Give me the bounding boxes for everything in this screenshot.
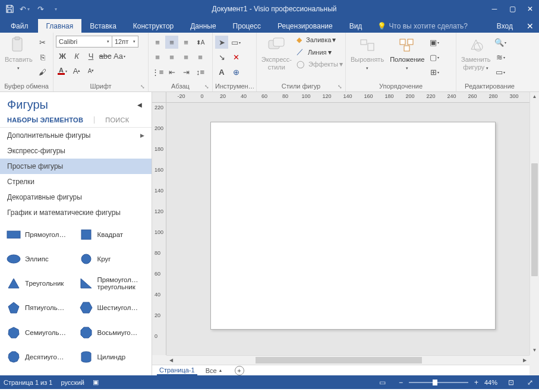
drawing-canvas[interactable] [166, 103, 529, 355]
find-icon[interactable]: 🔍▾ [494, 36, 507, 49]
cut-icon[interactable]: ✂ [36, 36, 49, 49]
align-center-button[interactable]: ≡ [165, 50, 178, 64]
zoom-out-button[interactable]: − [396, 378, 405, 387]
scroll-up-icon[interactable]: ▲ [530, 92, 539, 102]
italic-button[interactable]: К [70, 49, 83, 62]
shape-item[interactable]: Десятиуго… [5, 349, 75, 365]
save-icon[interactable] [2, 2, 17, 16]
shape-item[interactable]: Пятиуголь… [5, 299, 75, 316]
scroll-thumb[interactable] [531, 163, 538, 276]
shape-item[interactable]: Семиуголь… [5, 324, 75, 341]
underline-button[interactable]: Ч [84, 49, 97, 62]
indent-inc-button[interactable]: ⇥ [179, 65, 193, 78]
stencil-category[interactable]: Простые фигуры [0, 159, 152, 174]
zoom-slider[interactable] [409, 382, 468, 383]
scroll-right-icon[interactable]: ▶ [520, 356, 529, 365]
shape-item[interactable]: Эллипс [5, 251, 75, 267]
shapes-tab-search[interactable]: ПОИСК [105, 116, 129, 124]
bring-front-icon[interactable]: ▣▾ [428, 36, 441, 49]
tab-process[interactable]: Процесс [225, 19, 269, 33]
align-middle-button[interactable]: ≡ [165, 36, 178, 49]
copy-icon[interactable]: ⎘ [36, 50, 49, 64]
page-tab-all[interactable]: Все ▲ [206, 367, 223, 374]
presentation-mode-icon[interactable]: ▭ [377, 378, 388, 387]
position-button[interactable]: Положение▾ [387, 34, 427, 73]
ribbon-close-icon[interactable]: ✕ [521, 21, 539, 33]
page-surface[interactable] [210, 122, 496, 330]
shape-item[interactable]: Круг [77, 251, 147, 267]
bold-button[interactable]: Ж [56, 49, 69, 62]
tab-design[interactable]: Конструктор [125, 19, 182, 33]
fill-button[interactable]: ◆ Заливка▾ [297, 36, 343, 44]
tab-data[interactable]: Данные [182, 19, 224, 33]
shape-item[interactable]: Шестиугол… [77, 299, 147, 316]
align-button[interactable]: Выровнять▾ [348, 34, 386, 73]
tab-insert[interactable]: Вставка [81, 19, 125, 33]
stencil-category[interactable]: Стрелки [0, 174, 152, 189]
macro-record-icon[interactable]: ▣ [93, 378, 99, 386]
align-right-button[interactable]: ≡ [179, 50, 193, 64]
shape-item[interactable]: Треугольник [5, 275, 75, 292]
bullets-button[interactable]: ⋮≡ [151, 65, 164, 78]
redo-icon[interactable]: ↷ [33, 2, 48, 16]
line-spacing-button[interactable]: ↕≡ [194, 65, 207, 78]
line-button[interactable]: ／ Линия▾ [297, 47, 343, 57]
shape-item[interactable]: Квадрат [77, 226, 147, 243]
select-icon[interactable]: ▭▾ [494, 65, 507, 78]
send-back-icon[interactable]: ▢▾ [428, 50, 441, 64]
align-justify-button[interactable]: ≡ [194, 50, 207, 64]
dialog-launcher-icon[interactable]: ⤡ [203, 83, 211, 90]
indent-dec-button[interactable]: ⇤ [165, 65, 178, 78]
align-top-button[interactable]: ≡ [151, 36, 164, 49]
shape-item[interactable]: Цилиндр [77, 349, 147, 365]
grow-font-button[interactable]: A▴ [70, 64, 83, 77]
signin-button[interactable]: Вход [488, 20, 521, 33]
fit-page-icon[interactable]: ⊡ [506, 378, 516, 387]
paste-button[interactable]: Вставить▾ [2, 34, 35, 73]
zoom-in-button[interactable]: + [472, 378, 481, 387]
page-tab-1[interactable]: Страница-1 [157, 366, 197, 375]
font-color-button[interactable]: A▾ [56, 64, 69, 77]
rectangle-tool-icon[interactable]: ▭▾ [229, 36, 242, 49]
scroll-thumb[interactable] [256, 357, 422, 363]
stencil-category[interactable]: Декоративные фигуры [0, 189, 152, 205]
shape-item[interactable]: Восьмиуго… [77, 324, 147, 341]
font-size-select[interactable]: 12пт▾ [112, 36, 138, 48]
zoom-level[interactable]: 44% [484, 379, 497, 386]
dialog-launcher-icon[interactable]: ⤡ [336, 83, 344, 90]
connection-point-icon[interactable]: ⊕ [229, 65, 242, 78]
fullscreen-icon[interactable]: ⤢ [525, 378, 535, 387]
minimize-button[interactable]: ─ [486, 0, 503, 18]
tab-review[interactable]: Рецензирование [269, 19, 341, 33]
connector-tool-icon[interactable]: ↘ [215, 50, 228, 64]
align-bottom-button[interactable]: ≡ [179, 36, 193, 49]
tab-home[interactable]: Главная [38, 19, 82, 33]
stencil-category[interactable]: Экспресс-фигуры [0, 143, 152, 159]
pointer-tool-icon[interactable]: ➤ [215, 36, 228, 49]
group-icon[interactable]: ⊞▾ [428, 65, 441, 78]
format-painter-icon[interactable]: 🖌 [36, 65, 49, 78]
align-left-button[interactable]: ≡ [151, 50, 164, 64]
horizontal-scrollbar[interactable]: ◀ ▶ [166, 355, 529, 365]
font-name-select[interactable]: Calibri▾ [56, 36, 112, 48]
add-page-button[interactable]: + [235, 366, 244, 375]
dialog-launcher-icon[interactable]: ⤡ [138, 83, 147, 90]
qat-customize-icon[interactable]: ▾ [49, 2, 63, 16]
tab-view[interactable]: Вид [341, 19, 371, 33]
case-button[interactable]: Aa▾ [113, 49, 126, 62]
close-button[interactable]: ✕ [521, 0, 539, 18]
vertical-scrollbar[interactable]: ▲ ▼ [529, 92, 539, 355]
text-tool-icon[interactable]: A [215, 65, 228, 78]
shape-item[interactable]: Прямоугол… [5, 226, 75, 243]
scroll-left-icon[interactable]: ◀ [166, 356, 176, 365]
tab-file[interactable]: Файл [1, 19, 38, 33]
layers-icon[interactable]: ≋▾ [494, 50, 507, 64]
orientation-button[interactable]: ⬍A [194, 36, 207, 49]
maximize-button[interactable]: ▢ [503, 0, 521, 18]
shapes-tab-sets[interactable]: НАБОРЫ ЭЛЕМЕНТОВ [7, 116, 83, 124]
status-language[interactable]: русский [61, 379, 84, 386]
effects-button[interactable]: ◯ Эффекты▾ [297, 60, 343, 68]
status-page[interactable]: Страница 1 из 1 [4, 379, 52, 386]
undo-icon[interactable]: ↶▾ [18, 2, 32, 16]
quick-styles-button[interactable]: Экспресс- стили [259, 34, 294, 72]
